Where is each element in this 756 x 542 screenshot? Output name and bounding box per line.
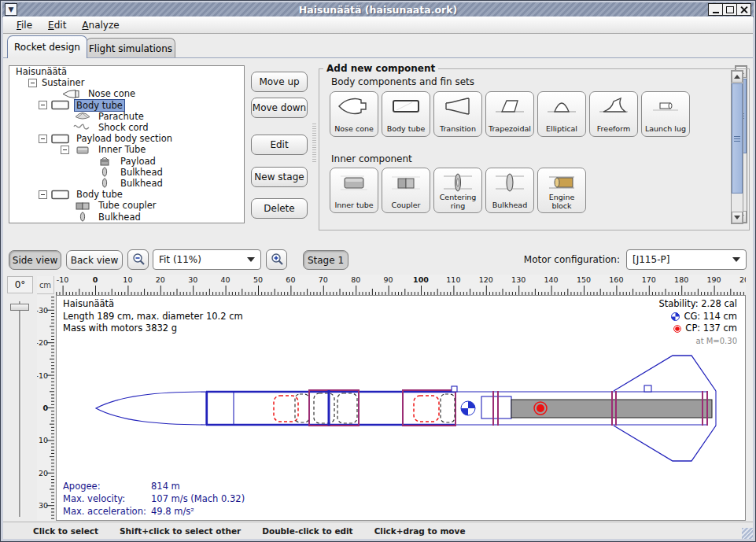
v-ruler-label: 30 — [39, 501, 48, 510]
tab-rocket-design[interactable]: Rocket design — [7, 35, 87, 58]
collapse-icon[interactable] — [39, 101, 47, 109]
h-ruler-label: 0 — [93, 275, 98, 284]
h-ruler-label: 120 — [479, 275, 493, 284]
menu-edit[interactable]: Edit — [41, 18, 73, 32]
tab-flight-simulations[interactable]: Flight simulations — [86, 38, 175, 58]
h-ruler-label: 190 — [707, 275, 721, 284]
zoom-level-select[interactable]: Fit (11%) — [153, 249, 261, 270]
scroll-up-icon[interactable] — [732, 71, 743, 83]
bulkhead-icon — [492, 171, 527, 194]
collapse-icon[interactable] — [28, 79, 37, 87]
tree-item-payload[interactable]: Payload — [9, 156, 244, 167]
rail-button[interactable] — [452, 386, 457, 392]
inner-tube-outline-2[interactable] — [403, 390, 455, 426]
split-handle[interactable] — [312, 124, 316, 163]
fin-outline-top[interactable] — [614, 356, 716, 391]
minimize-button[interactable] — [709, 4, 722, 15]
inner-component-label: Inner component — [331, 153, 412, 164]
delete-button[interactable]: Delete — [251, 198, 308, 219]
collapse-icon[interactable] — [61, 146, 69, 154]
tree-item-payload-body-section[interactable]: Payload body section — [9, 133, 244, 144]
rotation-angle-label: 0° — [7, 276, 33, 293]
payload-outline[interactable] — [314, 393, 334, 423]
component-panel-scrollbar[interactable] — [731, 70, 743, 224]
add-coupler-button[interactable]: Coupler — [382, 168, 430, 213]
elliptical-fin-icon — [544, 95, 579, 117]
tree-item-sustainer[interactable]: Sustainer — [9, 77, 244, 88]
bulkhead-outline[interactable] — [337, 393, 357, 423]
body-tube-icon — [50, 134, 71, 144]
h-ruler-label: 140 — [544, 275, 559, 284]
window-menu-icon[interactable]: ▼ — [5, 3, 17, 16]
tree-item-inner-tube[interactable]: Inner Tube — [9, 144, 244, 155]
bulkhead-icon — [94, 178, 115, 188]
tree-item-shock-cord[interactable]: Shock cord — [9, 122, 244, 133]
scrollbar-thumb[interactable] — [732, 83, 743, 194]
tube-coupler-outline[interactable] — [481, 396, 511, 418]
chevron-down-icon — [247, 257, 255, 262]
nose-cone-outline[interactable] — [96, 392, 206, 425]
zoom-in-button[interactable] — [266, 249, 287, 270]
tree-item-tube-coupler[interactable]: Tube coupler — [9, 200, 244, 211]
nose-cone-icon — [337, 95, 371, 117]
tree-item-nose-cone[interactable]: Nose cone — [9, 88, 244, 99]
window-controls — [708, 3, 751, 16]
component-tree[interactable]: Haisunäätä Sustainer Nose cone Body tube… — [9, 65, 245, 223]
menu-file[interactable]: File — [9, 18, 39, 32]
back-view-button[interactable]: Back view — [66, 250, 123, 270]
zoom-out-button[interactable] — [127, 249, 149, 270]
freeform-fin-icon — [596, 95, 631, 117]
h-ruler-label: 180 — [674, 275, 688, 284]
add-nose-cone-button[interactable]: Nose cone — [330, 91, 378, 137]
rocket-canvas[interactable]: Haisunäätä Length 189 cm, max. diameter … — [56, 295, 746, 521]
add-transition-button[interactable]: Transition — [433, 91, 482, 137]
rotation-slider-thumb[interactable] — [10, 304, 29, 311]
scroll-down-icon[interactable] — [732, 212, 743, 223]
tree-item-bulkhead[interactable]: Bulkhead — [9, 167, 244, 178]
resize-grip[interactable] — [742, 528, 753, 539]
shock-cord-icon — [72, 123, 93, 133]
collapse-icon[interactable] — [39, 190, 47, 199]
fin-outline-bottom[interactable] — [614, 426, 716, 461]
v-ruler-label: -10 — [37, 371, 48, 379]
h-ruler-label: 30 — [188, 275, 197, 284]
rocket-mass: Mass with motors 3832 g — [63, 323, 243, 335]
shock-cord-outline-2[interactable] — [441, 394, 455, 422]
tree-item-bulkhead[interactable]: Bulkhead — [9, 211, 244, 222]
inner-tube-icon — [72, 145, 93, 155]
tree-item-body-tube[interactable]: Body tube — [9, 100, 244, 111]
launch-lug-outline[interactable] — [644, 385, 651, 392]
tree-item-parachute[interactable]: Parachute — [9, 111, 244, 122]
add-inner-tube-button[interactable]: Inner tube — [330, 168, 378, 213]
rotation-slider-track[interactable] — [19, 301, 21, 517]
edit-button[interactable]: Edit — [251, 135, 308, 155]
parachute-outline-2[interactable] — [414, 396, 439, 422]
move-down-button[interactable]: Move down — [251, 98, 308, 118]
add-body-tube-button[interactable]: Body tube — [382, 91, 430, 137]
move-up-button[interactable]: Move up — [251, 72, 308, 92]
motor-configuration-select[interactable]: [J115-P] — [626, 249, 747, 270]
stage-1-toggle[interactable]: Stage 1 — [303, 250, 348, 270]
hint-click-select: Click to select — [33, 526, 98, 536]
tree-item-rocket[interactable]: Haisunäätä — [9, 66, 244, 77]
add-engine-block-button[interactable]: Engine block — [537, 168, 586, 213]
tree-item-body-tube-2[interactable]: Body tube — [9, 189, 244, 200]
parachute-outline[interactable] — [274, 396, 298, 422]
rocket-name: Haisunäätä — [63, 298, 243, 311]
close-button[interactable] — [736, 4, 750, 15]
add-elliptical-fin-button[interactable]: Elliptical — [537, 91, 586, 137]
add-launch-lug-button[interactable]: Launch lug — [641, 91, 690, 137]
tree-item-bulkhead[interactable]: Bulkhead — [9, 178, 244, 189]
add-trapezoidal-fin-button[interactable]: Trapezoidal — [485, 91, 534, 137]
new-stage-button[interactable]: New stage — [251, 167, 308, 187]
title-bar[interactable]: ▼ Haisunäätä (haisunaata.ork) — [2, 2, 754, 17]
bulkhead-icon — [94, 167, 115, 177]
side-view-button[interactable]: Side view — [9, 250, 61, 270]
menu-analyze[interactable]: Analyze — [75, 18, 126, 32]
add-centering-ring-button[interactable]: Centering ring — [433, 168, 482, 213]
maximize-button[interactable] — [722, 4, 736, 15]
add-freeform-fin-button[interactable]: Freeform — [589, 91, 638, 137]
apogee-value: 814 m — [151, 480, 180, 492]
add-bulkhead-button[interactable]: Bulkhead — [485, 168, 534, 213]
collapse-icon[interactable] — [39, 135, 47, 143]
